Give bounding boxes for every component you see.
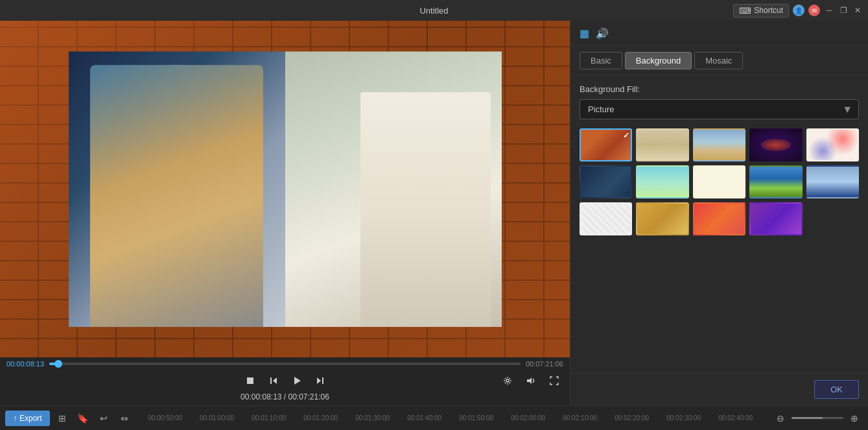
bg-thumb-cartoon1[interactable]	[636, 165, 688, 198]
svg-rect-2	[270, 377, 272, 384]
bg-fill-label: Background Fill:	[580, 84, 859, 94]
shortcut-button[interactable]: ⌨ Shortcut	[733, 4, 789, 18]
left-panel: 00:00:08:13 00:07:21:06	[0, 21, 570, 405]
shortcut-label: Shortcut	[754, 6, 783, 15]
time-mark-3: 00:01:20:00	[295, 414, 347, 422]
bg-thumb-city[interactable]	[806, 165, 859, 198]
time-mark-2: 00:01:10:00	[243, 414, 295, 422]
clip-left	[68, 51, 285, 328]
time-mark-0: 00:00:50:00	[139, 414, 191, 422]
bg-fill-select[interactable]: Picture Color Blur	[580, 99, 859, 119]
tab-row: Basic Background Mosaic	[570, 47, 868, 75]
clip-right	[285, 51, 502, 328]
tab-mosaic[interactable]: Mosaic	[694, 52, 743, 69]
timeline-ruler: 00:00:50:00 00:01:00:00 00:01:10:00 00:0…	[139, 414, 766, 422]
svg-rect-5	[322, 377, 323, 384]
user-icon[interactable]: 👤	[793, 5, 804, 16]
volume-button[interactable]	[522, 372, 540, 390]
bg-thumb-galaxy[interactable]	[749, 128, 802, 161]
bg-thumb-dark-wave[interactable]	[580, 165, 632, 198]
total-time-label: 00:07:21:06	[526, 360, 563, 368]
settings-button[interactable]	[499, 372, 517, 390]
zoom-in-button[interactable]: ⊕	[846, 410, 863, 427]
close-button[interactable]: ✕	[852, 5, 863, 16]
panel-content: Background Fill: Picture Color Blur ▼ ✓	[570, 75, 868, 373]
timeline-row: 00:00:08:13 00:07:21:06	[6, 360, 563, 368]
svg-marker-4	[317, 377, 321, 384]
timeline-area: 00:00:50:00 00:01:00:00 00:01:10:00 00:0…	[137, 414, 768, 422]
timeline-tool-3[interactable]: ↩	[95, 410, 112, 427]
progress-bar[interactable]	[49, 363, 521, 365]
bg-thumb-beach[interactable]	[693, 128, 745, 161]
titlebar: Untitled ⌨ Shortcut 👤 ✉ ─ ❐ ✕	[0, 0, 868, 21]
time-display: 00:00:08:13 / 00:07:21:06	[6, 391, 563, 403]
time-mark-6: 00:01:50:00	[451, 414, 502, 422]
bg-thumb-gradient-purple[interactable]	[749, 202, 802, 235]
zoom-out-button[interactable]: ⊖	[772, 410, 789, 427]
right-controls	[499, 372, 563, 390]
bg-thumb-splat[interactable]	[806, 128, 859, 161]
playback-controls	[241, 372, 329, 390]
current-time-label: 00:00:08:13	[6, 360, 44, 368]
bg-thumb-brick[interactable]: ✓	[580, 128, 632, 161]
time-mark-4: 00:01:30:00	[347, 414, 399, 422]
ok-button[interactable]: OK	[814, 380, 859, 399]
timeline-tool-1[interactable]: ⊞	[54, 410, 71, 427]
svg-marker-1	[273, 377, 277, 384]
bg-thumb-gradient-red[interactable]	[693, 202, 745, 235]
export-label: Export	[19, 414, 42, 423]
minimize-button[interactable]: ─	[824, 5, 834, 16]
svg-marker-7	[527, 377, 532, 384]
zoom-area: ⊖ ⊕	[772, 410, 863, 427]
astronaut-figure	[90, 65, 263, 327]
zoom-slider[interactable]	[792, 417, 843, 419]
export-icon: ↑	[13, 414, 17, 423]
video-preview	[0, 21, 570, 357]
svg-point-6	[506, 379, 509, 382]
person-figure	[360, 93, 490, 328]
bg-thumb-comic[interactable]	[580, 202, 632, 235]
play-button[interactable]	[288, 372, 306, 390]
forward-button[interactable]	[311, 372, 329, 390]
tab-background[interactable]: Background	[625, 52, 692, 69]
selected-checkmark: ✓	[623, 131, 629, 140]
time-mark-5: 00:01:40:00	[399, 414, 451, 422]
right-panel: ▦ 🔊 Basic Background Mosaic Background F…	[570, 21, 868, 405]
controls-bar: 00:00:08:13 00:07:21:06	[0, 357, 570, 405]
bg-thumb-gold[interactable]	[636, 202, 688, 235]
export-button[interactable]: ↑ Export	[5, 411, 50, 426]
bg-grid: ✓	[580, 128, 859, 235]
mail-icon[interactable]: ✉	[808, 5, 820, 16]
progress-thumb	[54, 360, 62, 368]
panel-header: ▦ 🔊	[570, 21, 868, 47]
time-mark-9: 00:02:20:00	[606, 414, 658, 422]
svg-marker-3	[294, 377, 301, 385]
stop-button[interactable]	[241, 372, 259, 390]
time-mark-1: 00:01:00:00	[191, 414, 243, 422]
fullscreen-button[interactable]	[545, 372, 563, 390]
timeline-tool-4[interactable]: ⇔	[116, 410, 133, 427]
video-clip	[68, 51, 501, 328]
panel-footer: OK	[570, 373, 868, 405]
bg-thumb-cartoon2[interactable]	[693, 165, 745, 198]
time-mark-7: 00:02:00:00	[502, 414, 554, 422]
bg-thumb-game[interactable]	[749, 165, 802, 198]
rewind-button[interactable]	[264, 372, 283, 390]
tab-basic[interactable]: Basic	[580, 52, 622, 69]
keyboard-icon: ⌨	[739, 6, 751, 16]
bg-thumb-desert[interactable]	[636, 128, 688, 161]
main-area: 00:00:08:13 00:07:21:06	[0, 21, 868, 405]
titlebar-right: ⌨ Shortcut 👤 ✉ ─ ❐ ✕	[733, 4, 863, 18]
time-mark-10: 00:02:30:00	[658, 414, 710, 422]
titlebar-title: Untitled	[419, 6, 448, 16]
timeline-tool-2[interactable]: 🔖	[75, 410, 91, 427]
audio-panel-icon: 🔊	[596, 27, 609, 40]
select-wrapper: Picture Color Blur ▼	[580, 99, 859, 119]
bottom-toolbar: ↑ Export ⊞ 🔖 ↩ ⇔ 00:00:50:00 00:01:00:00…	[0, 405, 868, 430]
video-canvas	[0, 21, 570, 357]
video-panel-icon: ▦	[580, 27, 589, 40]
time-mark-11: 00:02:40:00	[710, 414, 762, 422]
svg-rect-0	[247, 377, 253, 384]
time-mark-8: 00:02:10:00	[554, 414, 606, 422]
maximize-button[interactable]: ❐	[838, 5, 849, 16]
